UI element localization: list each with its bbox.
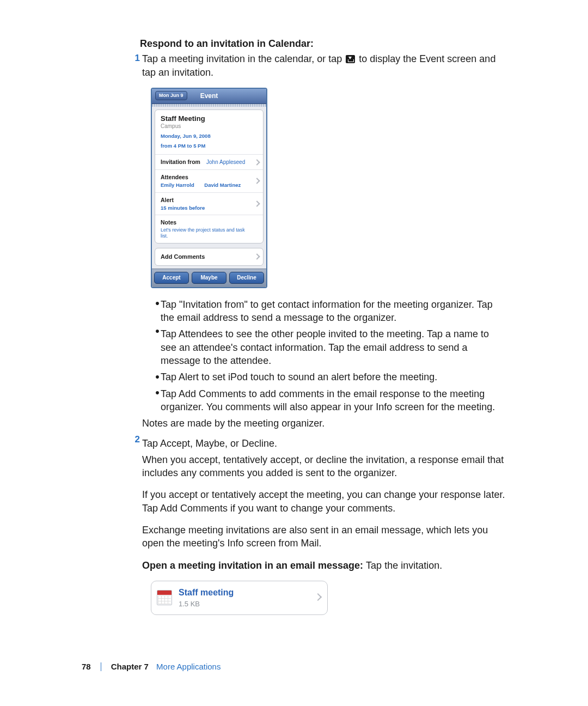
add-comments-label: Add Comments — [161, 253, 205, 260]
notes-row: Notes Let's review the project status an… — [155, 215, 263, 243]
event-topbar: Mon Jun 9 Event — [152, 89, 266, 104]
maybe-button[interactable]: Maybe — [192, 272, 226, 284]
notes-label: Notes — [161, 219, 176, 226]
inbox-icon — [346, 55, 355, 63]
footer-divider — [101, 662, 101, 671]
chevron-right-icon — [254, 200, 260, 206]
bullet-item: •Tap Alert to set iPod touch to sound an… — [154, 370, 506, 384]
step-2: 2 Tap Accept, Maybe, or Decline. When yo… — [132, 434, 506, 616]
step-number: 2 — [132, 434, 140, 616]
bullet-item: •Tap Attendees to see the other people i… — [154, 327, 506, 367]
meeting-time: from 4 PM to 5 PM — [161, 143, 258, 149]
accept-button[interactable]: Accept — [154, 272, 189, 284]
event-header: Staff Meeting Campus Monday, Jun 9, 2008… — [155, 110, 263, 154]
page-content: Respond to an invitation in Calendar: 1 … — [0, 0, 588, 615]
alert-value: 15 minutes before — [161, 205, 253, 211]
page-footer: 78 Chapter 7 More Applications — [82, 662, 220, 671]
chevron-right-icon — [254, 254, 260, 260]
bullet-text: Tap Attendees to see the other people in… — [161, 327, 506, 367]
mail-attachment-row[interactable]: Staff meeting 1.5 KB — [151, 581, 328, 615]
step-body: Tap a meeting invitation in the calendar… — [140, 52, 506, 430]
paragraph: If you accept or tentatively accept the … — [142, 488, 506, 515]
event-card: Mon Jun 9 Event Staff Meeting Campus Mon… — [151, 88, 267, 288]
response-toolbar: Accept Maybe Decline — [152, 269, 266, 287]
attachment-size: 1.5 KB — [179, 599, 234, 609]
page-number: 78 — [82, 662, 91, 671]
bullet-dot-icon: • — [154, 324, 161, 371]
attendee-1: Emily Harrold — [161, 182, 194, 188]
bullet-text: Tap Alert to set iPod touch to sound an … — [161, 370, 506, 384]
chapter-number: Chapter 7 — [111, 662, 149, 671]
chapter-name: More Applications — [156, 662, 220, 671]
paragraph: Open a meeting invitation in an email me… — [142, 559, 506, 572]
bullet-dot-icon: • — [154, 385, 161, 416]
meeting-title: Staff Meeting — [161, 114, 258, 123]
bullet-text: Tap "Invitation from" to get contact inf… — [161, 298, 506, 325]
attachment-title: Staff meeting — [179, 587, 234, 599]
chapter-label: Chapter 7 More Applications — [111, 662, 221, 671]
notes-value: Let's review the project status and task… — [161, 227, 253, 239]
ordered-steps: 1 Tap a meeting invitation in the calend… — [132, 52, 506, 615]
bullet-item: •Tap "Invitation from" to get contact in… — [154, 298, 506, 325]
add-comments-row[interactable]: Add Comments — [155, 248, 264, 266]
chevron-right-icon — [254, 178, 260, 184]
attendees-values: Emily Harrold David Martinez — [161, 182, 253, 188]
event-details-block: Staff Meeting Campus Monday, Jun 9, 2008… — [155, 109, 264, 244]
invitation-from-value: John Appleseed — [206, 159, 245, 165]
alert-row[interactable]: Alert 15 minutes before — [155, 192, 263, 215]
bullet-text: Tap Add Comments to add comments in the … — [161, 387, 506, 414]
step-1: 1 Tap a meeting invitation in the calend… — [132, 52, 506, 430]
calendar-icon — [157, 590, 172, 605]
attendees-label: Attendees — [161, 174, 188, 181]
section-heading: Respond to an invitation in Calendar: — [140, 37, 506, 50]
step1-text-a: Tap a meeting invitation in the calendar… — [142, 53, 345, 64]
step2-line2: When you accept, tentatively accept, or … — [142, 453, 506, 480]
step2-line1: Tap Accept, Maybe, or Decline. — [142, 437, 506, 450]
para3-bold: Open a meeting invitation in an email me… — [142, 560, 366, 571]
invitation-from-label: Invitation from — [161, 159, 200, 166]
after-bullets-note: Notes are made by the meeting organizer. — [142, 417, 506, 430]
step-body: Tap Accept, Maybe, or Decline. When you … — [140, 434, 506, 616]
stripe-decoration — [152, 104, 266, 107]
chevron-right-icon — [314, 593, 322, 601]
bullet-dot-icon: • — [154, 369, 161, 385]
decline-button[interactable]: Decline — [229, 272, 264, 284]
chevron-right-icon — [254, 159, 260, 165]
bullet-item: •Tap Add Comments to add comments in the… — [154, 387, 506, 414]
para3-rest: Tap the invitation. — [366, 560, 442, 571]
meeting-location: Campus — [161, 123, 258, 130]
step-number: 1 — [132, 52, 140, 430]
bullet-dot-icon: • — [154, 295, 161, 327]
back-button[interactable]: Mon Jun 9 — [155, 91, 187, 100]
alert-label: Alert — [161, 197, 174, 204]
attachment-info: Staff meeting 1.5 KB — [179, 587, 234, 609]
attendees-row[interactable]: Attendees Emily Harrold David Martinez — [155, 169, 263, 192]
attendee-2: David Martinez — [204, 182, 241, 188]
invitation-from-row[interactable]: Invitation from John Appleseed — [155, 154, 263, 169]
bullet-list: •Tap "Invitation from" to get contact in… — [142, 298, 506, 413]
paragraph: Exchange meeting invitations are also se… — [142, 524, 506, 550]
meeting-date: Monday, Jun 9, 2008 — [161, 133, 258, 139]
